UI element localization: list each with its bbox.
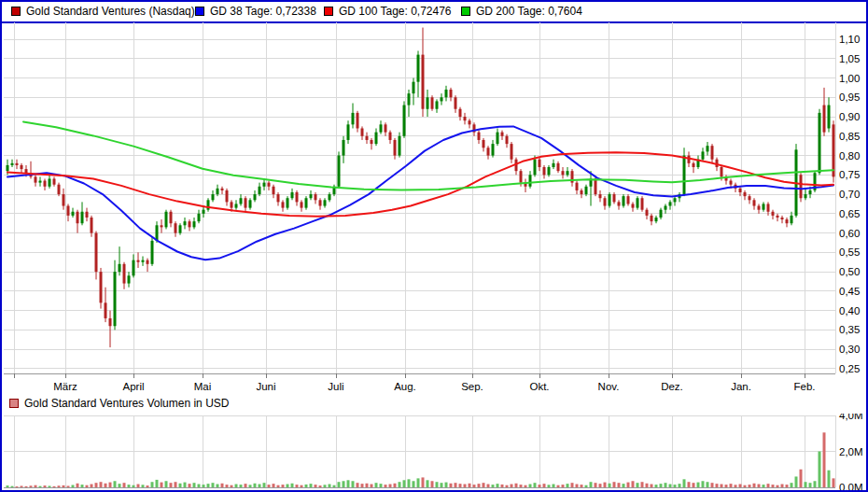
candle <box>221 189 224 190</box>
candle <box>347 124 350 140</box>
volume-bar <box>301 485 303 487</box>
candle <box>455 97 457 108</box>
candle <box>21 165 23 169</box>
volume-bar <box>72 485 75 487</box>
candle <box>581 190 583 194</box>
candle <box>791 216 793 223</box>
candle <box>557 163 560 171</box>
volume-bar <box>567 484 569 487</box>
price-axis-tick: 0,80 <box>839 150 860 162</box>
candle <box>77 212 79 223</box>
price-axis-tick: 0,90 <box>839 111 860 122</box>
volume-bar <box>581 485 583 487</box>
ma-line-gd100 <box>7 152 833 217</box>
volume-bar <box>371 485 373 487</box>
volume-bar <box>501 485 504 487</box>
candle <box>702 151 705 159</box>
volume-bar <box>800 470 803 487</box>
volume-bar <box>357 483 359 487</box>
volume-bar <box>697 483 700 487</box>
month-label: Feb. <box>793 381 815 392</box>
candle <box>604 198 607 205</box>
candle <box>193 221 196 227</box>
candle <box>81 212 84 223</box>
volume-bar <box>735 485 737 487</box>
candle <box>114 272 117 326</box>
candle <box>632 204 635 207</box>
candle <box>469 120 471 124</box>
volume-bar <box>25 486 28 487</box>
volume-bar <box>674 485 677 487</box>
candle <box>240 198 243 204</box>
candle <box>91 218 93 233</box>
candle <box>217 189 219 194</box>
volume-bars-layer <box>7 432 835 487</box>
gd100-swatch-icon <box>324 7 333 16</box>
volume-bar <box>455 483 457 487</box>
volume-bar <box>828 471 831 487</box>
volume-bar <box>707 482 709 487</box>
volume-bar <box>207 484 210 487</box>
volume-bar <box>44 485 47 487</box>
volume-bar <box>753 484 756 487</box>
candle <box>665 206 667 210</box>
volume-bar <box>767 484 770 487</box>
candle <box>137 260 140 262</box>
volume-bar <box>595 483 597 487</box>
volume-bar <box>310 484 313 487</box>
gd200-swatch-icon <box>461 7 470 16</box>
candle <box>53 178 56 184</box>
volume-bar <box>133 485 135 487</box>
main-series-swatch-icon <box>11 7 21 16</box>
candle <box>403 105 406 136</box>
volume-bar <box>772 485 775 487</box>
volume-bar <box>212 483 215 487</box>
candle <box>25 169 28 173</box>
volume-bar <box>385 485 387 487</box>
candle <box>786 219 789 223</box>
month-label: Mai <box>194 381 212 392</box>
volume-axis-tick: 2,0M <box>839 446 863 457</box>
candle <box>282 202 285 207</box>
volume-bar <box>245 484 247 487</box>
volume-bar <box>123 483 126 487</box>
volume-bar <box>763 485 765 487</box>
volume-bar <box>30 485 33 487</box>
candle <box>693 163 695 167</box>
volume-bar <box>63 485 65 487</box>
volume-bar <box>170 483 173 487</box>
price-axis-tick: 0,35 <box>839 324 860 335</box>
month-label: Jan. <box>731 381 751 392</box>
volume-bar <box>347 480 350 487</box>
candle <box>828 105 831 129</box>
candle <box>119 264 121 272</box>
volume-bar <box>791 483 793 487</box>
candle <box>399 136 401 156</box>
candle <box>175 223 177 232</box>
candle <box>296 192 299 202</box>
candle <box>329 194 331 200</box>
candle <box>366 136 369 140</box>
candle <box>497 133 499 144</box>
volume-bar <box>805 482 807 487</box>
volume-bar <box>450 484 453 487</box>
candle <box>361 128 364 135</box>
volume-bar <box>7 485 9 487</box>
volume-bar <box>361 484 364 487</box>
volume-bar <box>520 485 523 487</box>
candle <box>567 171 569 175</box>
candle <box>492 144 495 155</box>
candle <box>450 90 453 97</box>
volume-bar <box>529 485 532 487</box>
candle <box>623 196 625 205</box>
volume-bar <box>543 484 546 487</box>
main-series-label: Gold Standard Ventures (Nasdaq) <box>26 5 195 18</box>
volume-bar <box>534 483 537 487</box>
candle <box>739 189 742 192</box>
candle <box>189 221 191 227</box>
candle <box>506 136 509 144</box>
volume-bar <box>249 485 252 487</box>
volume-bar <box>721 485 723 487</box>
candle <box>637 198 639 207</box>
price-legend: Gold Standard Ventures (Nasdaq) GD 38 Ta… <box>2 2 866 21</box>
